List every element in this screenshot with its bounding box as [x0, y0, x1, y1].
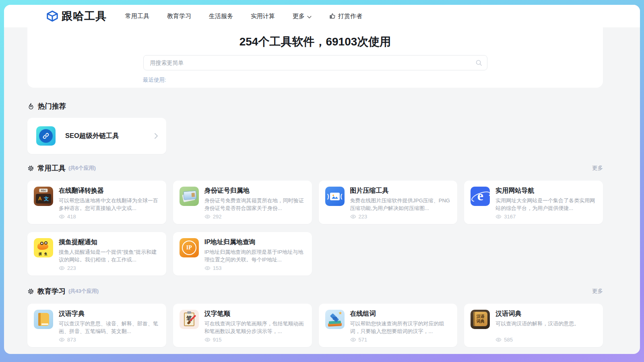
tool-title: 汉语字典: [59, 310, 160, 318]
search-icon[interactable]: [475, 60, 482, 66]
tool-card[interactable]: 身份证号归属地身份证号免费查询其籍贯所在地，同时验证身份证号是否符合国家关于身份…: [173, 181, 312, 224]
hot-tool-card[interactable]: SEO超级外链工具: [27, 118, 166, 154]
nav-more[interactable]: 更多: [293, 12, 312, 20]
tool-card[interactable]: IPIP地址归属地查询IP地址归属地查询的原理是基于IP地址与地理位置之间的关联…: [173, 232, 312, 276]
section-app-count: (共6个应用): [68, 165, 96, 172]
dict2-icon: 汉语词典: [471, 310, 490, 329]
section-0: 热门推荐SEO超级外链工具: [27, 101, 603, 154]
tool-title: IP地址归属地查询: [204, 238, 305, 246]
website-icon: e: [471, 187, 490, 206]
chevron-right-icon: [154, 133, 158, 139]
view-count: 418: [59, 214, 160, 220]
view-count: 223: [350, 214, 451, 220]
view-count: 3167: [495, 214, 597, 220]
tool-title: 实用网站导航: [495, 187, 597, 195]
tool-description: 实用网址大全网站是一个集合了各类实用网站的综合平台，为用户提供便捷...: [495, 197, 597, 212]
eye-icon: [59, 337, 65, 343]
gear-icon: [27, 288, 34, 295]
section-header: 热门推荐: [27, 101, 603, 111]
tool-title: 身份证号归属地: [204, 187, 305, 195]
tool-description: 可在线查询汉字的笔画顺序，包括笔顺动画和笔画数以及笔顺分步演示等，...: [204, 320, 305, 335]
nav-menu: 常用工具教育学习生活服务实用计算更多打赏作者: [125, 12, 362, 20]
tool-card[interactable]: 笔汉字笔顺可在线查询汉字的笔画顺序，包括笔顺动画和笔画数以及笔顺分步演示等，..…: [173, 304, 312, 347]
eye-icon: [495, 337, 502, 343]
zuci-icon: ★: [325, 310, 345, 329]
logo-text: 跟哈工具: [62, 9, 107, 23]
compress-icon: )(: [325, 187, 345, 206]
nav-item-1[interactable]: 教育学习: [167, 12, 191, 20]
idcard-icon: [180, 187, 199, 206]
eye-icon: [59, 214, 65, 220]
tool-description: 可以帮助您快速查询所有汉字的对应的组词，只要输入您想要组词的汉字，...: [350, 320, 451, 335]
section-title: 热门推荐: [38, 101, 66, 111]
tool-title: 在线翻译转换器: [59, 187, 160, 195]
tool-description: 免费在线图片压缩软件提供JPG压缩、PNG压缩功能,为用户解决如何压缩图...: [350, 197, 451, 212]
nav-item-3[interactable]: 实用计算: [251, 12, 275, 20]
view-count: 873: [59, 337, 160, 343]
search-box: [143, 55, 487, 70]
card-grid: AbcA文在线翻译转换器可以帮您迅速地将中文在线翻译为全球一百多种语言。您可直接…: [27, 181, 603, 276]
eye-icon: [495, 214, 502, 220]
gear-icon: [27, 165, 34, 172]
tool-card[interactable]: )(图片压缩工具免费在线图片压缩软件提供JPG压缩、PNG压缩功能,为用户解决如…: [319, 181, 458, 224]
section-1: 常用工具(共6个应用)更多AbcA文在线翻译转换器可以帮您迅速地将中文在线翻译为…: [27, 163, 603, 276]
view-count: 571: [350, 337, 451, 343]
nav-item-2[interactable]: 生活服务: [209, 12, 233, 20]
link-icon: [39, 129, 53, 143]
section-header: 常用工具(共6个应用)更多: [27, 163, 603, 173]
card-grid: SEO超级外链工具: [27, 118, 603, 154]
sections: 热门推荐SEO超级外链工具常用工具(共6个应用)更多AbcA文在线翻译转换器可以…: [27, 101, 603, 347]
logo[interactable]: 跟哈工具: [46, 9, 107, 23]
tool-card[interactable]: 汉语字典可以查汉字的意思、读音、解释、部首、笔画、拼音、五笔编码、英文翻...8…: [27, 304, 166, 347]
tool-card[interactable]: 摸 鱼摸鱼提醒通知摸鱼人提醒通知是一个提供"摸鱼"提示和建议的网站。我们相信，在…: [27, 232, 166, 276]
tool-title: 汉字笔顺: [204, 310, 305, 318]
tool-title: 在线组词: [350, 310, 451, 318]
tool-description: 身份证号免费查询其籍贯所在地，同时验证身份证号是否符合国家关于身份...: [204, 197, 305, 212]
tool-description: IP地址归属地查询的原理是基于IP地址与地理位置之间的关联。每个IP地址...: [204, 248, 305, 263]
tool-description: 摸鱼人提醒通知是一个提供"摸鱼"提示和建议的网站。我们相信，在工作或...: [59, 248, 160, 263]
tool-title: SEO超级外链工具: [65, 132, 119, 140]
chevron-down-icon: [307, 13, 312, 20]
seo-icon: [36, 126, 56, 146]
thumbs-up-icon: [329, 13, 336, 19]
ip-icon: IP: [180, 238, 199, 257]
tool-description: 可以查询汉语的解释，汉语的意思。: [495, 320, 597, 335]
translate-icon: AbcA文: [34, 187, 53, 206]
view-count: 292: [204, 214, 305, 220]
eye-icon: [350, 337, 356, 343]
content: 254个工具软件，69103次使用 最近使用: 热门推荐SEO超级外链工具常用工…: [27, 27, 603, 347]
eye-icon: [59, 265, 65, 271]
section-app-count: (共43个应用): [68, 288, 99, 295]
view-count: 153: [204, 265, 305, 271]
stats-title: 254个工具软件，69103次使用: [27, 34, 603, 49]
card-grid: 汉语字典可以查汉字的意思、读音、解释、部首、笔画、拼音、五笔编码、英文翻...8…: [27, 304, 603, 347]
flame-icon: [27, 103, 35, 110]
tool-title: 汉语词典: [495, 310, 597, 318]
stroke-icon: 笔: [180, 310, 199, 329]
eye-icon: [204, 214, 211, 220]
section-header: 教育学习(共43个应用)更多: [27, 286, 603, 296]
tool-description: 可以查汉字的意思、读音、解释、部首、笔画、拼音、五笔编码、英文翻...: [59, 320, 160, 335]
tool-card[interactable]: 汉语词典汉语词典可以查询汉语的解释，汉语的意思。585: [464, 304, 603, 347]
fish-icon: 摸 鱼: [34, 238, 53, 257]
search-input[interactable]: [143, 55, 487, 70]
nav-donate[interactable]: 打赏作者: [329, 12, 362, 20]
tool-card[interactable]: e实用网站导航实用网址大全网站是一个集合了各类实用网站的综合平台，为用户提供便捷…: [464, 181, 603, 224]
more-link[interactable]: 更多: [592, 165, 603, 172]
section-title: 教育学习: [37, 286, 66, 296]
more-link[interactable]: 更多: [592, 288, 603, 295]
main-panel: 跟哈工具 常用工具教育学习生活服务实用计算更多打赏作者 254个工具软件，691…: [4, 5, 640, 354]
view-count: 915: [204, 337, 305, 343]
tool-card[interactable]: AbcA文在线翻译转换器可以帮您迅速地将中文在线翻译为全球一百多种语言。您可直接…: [27, 181, 166, 224]
view-count: 585: [495, 337, 597, 343]
tool-card[interactable]: ★在线组词可以帮助您快速查询所有汉字的对应的组词，只要输入您想要组词的汉字，..…: [319, 304, 458, 347]
logo-cube-icon: [46, 10, 58, 22]
hero: 254个工具软件，69103次使用 最近使用:: [27, 27, 603, 88]
tool-description: 可以帮您迅速地将中文在线翻译为全球一百多种语言。您可直接输入中文或...: [59, 197, 160, 212]
eye-icon: [204, 337, 211, 343]
view-count: 223: [59, 265, 160, 271]
dict1-icon: [34, 310, 53, 329]
nav-item-0[interactable]: 常用工具: [125, 12, 149, 20]
recent-used-label: 最近使用:: [143, 76, 603, 84]
eye-icon: [350, 214, 356, 220]
